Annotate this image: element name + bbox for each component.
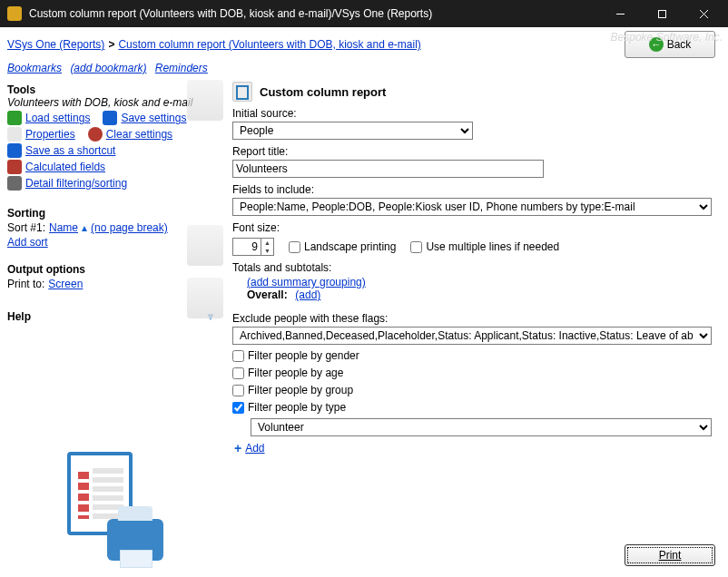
clipboard-icon: [187, 80, 223, 121]
minimize-button[interactable]: [599, 0, 641, 27]
plus-icon: +: [234, 442, 241, 455]
filter-age-checkbox[interactable]: [232, 367, 244, 379]
app-icon: [7, 6, 22, 21]
back-button[interactable]: ← Back: [625, 31, 715, 58]
help-heading: Help: [7, 310, 31, 323]
sort1-field[interactable]: Name: [49, 221, 78, 234]
filter-type-checkbox[interactable]: [232, 402, 244, 414]
add-filter-link[interactable]: Add: [245, 442, 264, 455]
multiline-checkbox[interactable]: [410, 241, 422, 253]
svg-rect-1: [658, 10, 665, 17]
spin-down-icon[interactable]: ▼: [261, 247, 273, 255]
report-heading: Custom column report: [260, 85, 386, 99]
save-settings-link[interactable]: Save settings: [121, 112, 186, 124]
totals-label: Totals and subtotals:: [232, 261, 719, 274]
maximize-button[interactable]: [641, 0, 683, 27]
sidebar: Tools Volunteers with DOB, kiosk and e-m…: [0, 80, 227, 455]
report-illustration: [64, 452, 163, 561]
reminders-link[interactable]: Reminders: [155, 62, 208, 74]
sort1-label: Sort #1:: [7, 221, 45, 234]
add-sort-link[interactable]: Add sort: [7, 236, 48, 249]
font-size-label: Font size:: [232, 221, 719, 234]
title-bar: Custom column report (Volunteers with DO…: [0, 0, 728, 27]
fields-select[interactable]: People:Name, People:DOB, People:Kiosk us…: [232, 198, 712, 216]
report-title-label: Report title:: [232, 145, 719, 158]
overall-label: Overall:: [247, 288, 292, 301]
save-icon: [103, 111, 117, 125]
report-title-input[interactable]: [232, 160, 544, 178]
initial-source-label: Initial source:: [232, 107, 719, 120]
filter-age-label: Filter people by age: [248, 367, 343, 379]
calculated-icon: [7, 160, 22, 174]
fields-label: Fields to include:: [232, 183, 719, 196]
print-button-label: Print: [659, 549, 682, 562]
multiline-label: Use multiple lines if needed: [426, 240, 559, 253]
font-size-spinner[interactable]: ▲▼: [232, 238, 274, 256]
properties-icon: [7, 127, 22, 142]
exclude-label: Exclude people with these flags:: [232, 312, 719, 325]
filter-type-label: Filter people by type: [248, 401, 346, 414]
save-shortcut-link[interactable]: Save as a shortcut: [25, 144, 115, 157]
filter-gender-checkbox[interactable]: [232, 350, 244, 362]
sort-up-icon[interactable]: ▴: [82, 221, 87, 234]
clear-icon: [88, 127, 103, 142]
window-title: Custom column report (Volunteers with DO…: [29, 7, 599, 20]
overall-add-link[interactable]: (add): [295, 288, 320, 301]
initial-source-select[interactable]: People: [232, 122, 473, 140]
properties-link[interactable]: Properties: [25, 128, 75, 141]
bookmarks-bar: Bookmarks (add bookmark) Reminders: [0, 60, 728, 80]
detail-filtering-link[interactable]: Detail filtering/sorting: [25, 177, 127, 190]
filter-group-checkbox[interactable]: [232, 385, 244, 396]
sorting-heading: Sorting: [7, 207, 221, 220]
report-icon: [232, 82, 252, 102]
print-to-label: Print to:: [7, 278, 44, 290]
font-size-input[interactable]: [233, 239, 261, 255]
shortcut-icon: [7, 143, 22, 158]
landscape-checkbox[interactable]: [289, 241, 300, 253]
back-button-label: Back: [667, 38, 692, 51]
print-to-value[interactable]: Screen: [48, 278, 83, 290]
landscape-label: Landscape printing: [304, 240, 396, 253]
load-icon: [7, 111, 22, 125]
filter-type-select[interactable]: Volunteer: [251, 418, 712, 436]
printer-icon: [187, 278, 223, 318]
breadcrumb-current[interactable]: Custom column report (Volunteers with DO…: [118, 38, 420, 51]
breadcrumb-sep: >: [108, 38, 114, 51]
filter-gender-label: Filter people by gender: [248, 349, 359, 362]
print-button[interactable]: Print: [625, 544, 715, 566]
calculated-fields-link[interactable]: Calculated fields: [25, 161, 105, 173]
load-settings-link[interactable]: Load settings: [25, 112, 90, 124]
clear-settings-link[interactable]: Clear settings: [106, 128, 172, 141]
add-bookmark-link[interactable]: (add bookmark): [70, 62, 146, 74]
close-button[interactable]: [683, 0, 724, 27]
back-arrow-icon: ←: [649, 37, 664, 52]
sort1-pagebreak[interactable]: (no page break): [91, 221, 168, 234]
exclude-select[interactable]: Archived,Banned,Deceased,Placeholder,Sta…: [232, 327, 712, 345]
add-summary-link[interactable]: (add summary grouping): [247, 276, 366, 288]
filter-group-label: Filter people by group: [248, 384, 353, 396]
spin-up-icon[interactable]: ▲: [261, 239, 273, 247]
document-icon: [187, 225, 223, 266]
filtering-icon: [7, 176, 22, 191]
bookmarks-link[interactable]: Bookmarks: [7, 62, 62, 74]
breadcrumb-root[interactable]: VSys One (Reports): [7, 38, 104, 51]
breadcrumb: VSys One (Reports) > Custom column repor…: [0, 27, 728, 60]
content-panel: Custom column report Initial source: Peo…: [227, 80, 728, 455]
